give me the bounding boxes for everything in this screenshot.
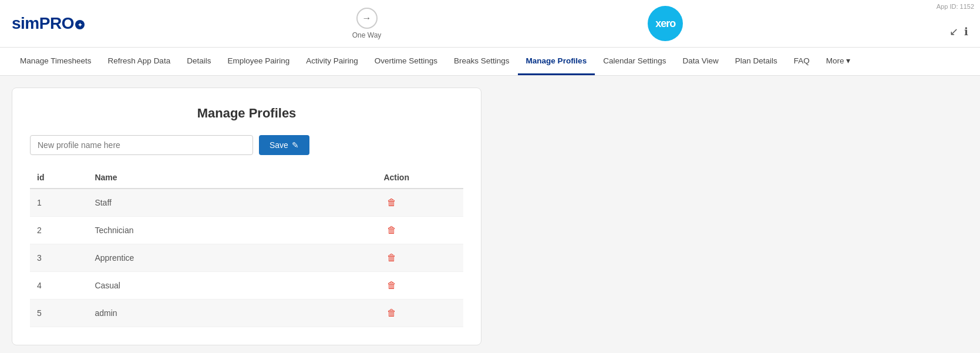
row-id: 3 xyxy=(30,244,87,272)
col-header-name: Name xyxy=(87,167,376,189)
row-action: 🗑 xyxy=(376,300,463,327)
new-profile-input[interactable] xyxy=(30,135,253,155)
row-action: 🗑 xyxy=(376,244,463,272)
main-content: Manage Profiles Save ✎ id Name Action 1S… xyxy=(0,76,980,353)
top-bar: App ID: 1152 simPRO ✦ → One Way xero ↙ ℹ xyxy=(0,0,980,48)
table-row: 4Casual🗑 xyxy=(30,272,463,300)
nav-item-data-view[interactable]: Data View xyxy=(674,48,726,75)
row-name: Technician xyxy=(87,217,376,244)
row-id: 5 xyxy=(30,300,87,327)
profiles-table: id Name Action 1Staff🗑2Technician🗑3Appre… xyxy=(30,167,463,327)
row-name: Apprentice xyxy=(87,244,376,272)
row-id: 1 xyxy=(30,189,87,217)
card-title: Manage Profiles xyxy=(30,106,463,121)
right-icons-area: ↙ ℹ xyxy=(949,25,968,41)
trash-icon: 🗑 xyxy=(387,280,396,290)
table-row: 2Technician🗑 xyxy=(30,217,463,244)
one-way-label: One Way xyxy=(352,31,382,39)
trash-icon: 🗑 xyxy=(387,225,396,235)
row-action: 🗑 xyxy=(376,189,463,217)
save-button[interactable]: Save ✎ xyxy=(259,135,309,155)
logo: simPRO ✦ xyxy=(12,14,86,33)
chevron-down-icon: ▾ xyxy=(846,56,850,65)
trash-icon: 🗑 xyxy=(387,308,396,318)
xero-logo: xero xyxy=(648,6,683,41)
trash-icon: 🗑 xyxy=(387,253,396,263)
center-connection: → One Way xyxy=(352,8,382,39)
col-header-id: id xyxy=(30,167,87,189)
trash-icon: 🗑 xyxy=(387,197,396,207)
row-action: 🗑 xyxy=(376,217,463,244)
nav-item-plan-details[interactable]: Plan Details xyxy=(727,48,786,75)
nav-item-manage-timesheets[interactable]: Manage Timesheets xyxy=(12,48,100,75)
nav-item-employee-pairing[interactable]: Employee Pairing xyxy=(219,48,298,75)
nav-item-manage-profiles[interactable]: Manage Profiles xyxy=(518,48,595,75)
app-id-label: App ID: 1152 xyxy=(937,3,974,10)
add-profile-form: Save ✎ xyxy=(30,135,463,155)
delete-profile-button[interactable]: 🗑 xyxy=(383,196,400,209)
table-row: 3Apprentice🗑 xyxy=(30,244,463,272)
row-name: Casual xyxy=(87,272,376,300)
row-id: 2 xyxy=(30,217,87,244)
col-header-action: Action xyxy=(376,167,463,189)
delete-profile-button[interactable]: 🗑 xyxy=(383,224,400,237)
save-checkmark-icon: ✎ xyxy=(292,140,299,150)
arrow-right-icon: → xyxy=(362,13,372,23)
one-way-button[interactable]: → One Way xyxy=(352,8,382,39)
logo-area: simPRO ✦ xyxy=(12,14,86,33)
row-action: 🗑 xyxy=(376,272,463,300)
delete-profile-button[interactable]: 🗑 xyxy=(383,251,400,264)
info-icon-button[interactable]: ℹ xyxy=(964,25,968,38)
nav-item-more[interactable]: More ▾ xyxy=(818,48,858,75)
row-name: admin xyxy=(87,300,376,327)
nav-item-refresh-app-data[interactable]: Refresh App Data xyxy=(100,48,179,75)
nav-item-calendar-settings[interactable]: Calendar Settings xyxy=(595,48,674,75)
nav-item-overtime-settings[interactable]: Overtime Settings xyxy=(366,48,446,75)
table-row: 1Staff🗑 xyxy=(30,189,463,217)
manage-profiles-card: Manage Profiles Save ✎ id Name Action 1S… xyxy=(12,88,481,345)
row-name: Staff xyxy=(87,189,376,217)
delete-profile-button[interactable]: 🗑 xyxy=(383,279,400,292)
table-body: 1Staff🗑2Technician🗑3Apprentice🗑4Casual🗑5… xyxy=(30,189,463,327)
nav-item-faq[interactable]: FAQ xyxy=(786,48,818,75)
delete-profile-button[interactable]: 🗑 xyxy=(383,307,400,320)
table-header: id Name Action xyxy=(30,167,463,189)
nav-item-details[interactable]: Details xyxy=(179,48,219,75)
arrow-circle-icon: → xyxy=(356,8,378,29)
nav-item-breaks-settings[interactable]: Breaks Settings xyxy=(446,48,518,75)
table-row: 5admin🗑 xyxy=(30,300,463,327)
download-icon-button[interactable]: ↙ xyxy=(949,25,958,38)
nav-bar: Manage Timesheets Refresh App Data Detai… xyxy=(0,48,980,76)
row-id: 4 xyxy=(30,272,87,300)
nav-item-activity-pairing[interactable]: Activity Pairing xyxy=(298,48,366,75)
